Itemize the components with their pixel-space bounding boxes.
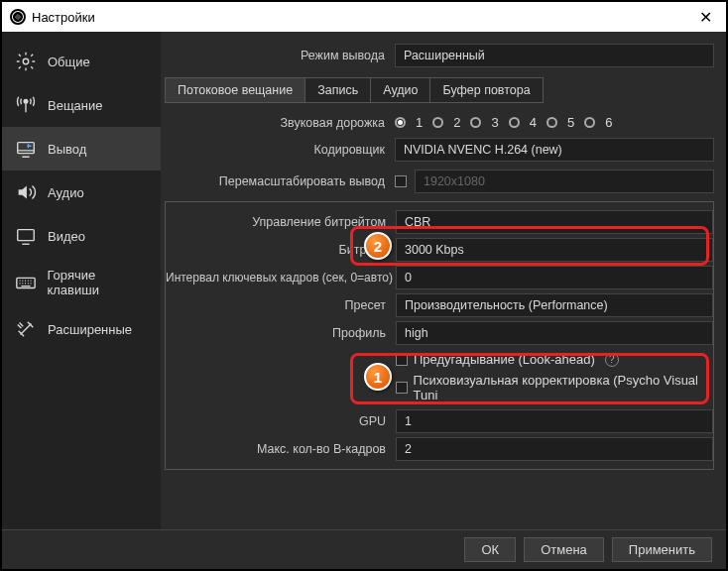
help-icon[interactable]: ? [605,353,619,367]
footer: ОК Отмена Применить [2,529,726,569]
rate-control-label: Управление битрейтом [166,215,396,229]
keyboard-icon [14,271,37,294]
track-radio-6[interactable] [584,117,595,128]
lookahead-checkbox[interactable] [396,354,408,366]
lookahead-label: Предугадывание (Look-ahead) [414,352,595,367]
speaker-icon [14,180,38,204]
output-mode-label: Режим вывода [165,49,395,62]
rescale-checkbox[interactable] [395,175,407,187]
gear-icon [14,50,38,73]
svg-point-0 [23,58,29,64]
encoder-select[interactable]: NVIDIA NVENC H.264 (new) [395,138,714,162]
antenna-icon [14,93,38,117]
encoder-label: Кодировщик [165,143,395,157]
preset-label: Пресет [166,298,396,312]
sidebar-item-label: Общие [48,55,90,69]
tab-audio[interactable]: Аудио [371,78,430,102]
profile-label: Профиль [166,326,396,340]
sidebar-item-output[interactable]: Вывод [2,127,161,171]
output-mode-select[interactable]: Расширенный [395,44,714,67]
sidebar-item-general[interactable]: Общие [2,40,161,83]
track-radio-1[interactable] [395,117,406,128]
ok-button[interactable]: ОК [464,537,516,562]
bitrate-input[interactable]: 3000 Kbps [396,238,713,262]
psycho-checkbox[interactable] [396,382,408,394]
sidebar-item-hotkeys[interactable]: Горячие клавиши [2,258,161,307]
track-radio-5[interactable] [546,117,557,128]
apply-button[interactable]: Применить [612,537,712,562]
sidebar-item-label: Расширенные [48,322,132,337]
cancel-button[interactable]: Отмена [524,537,604,562]
svg-rect-2 [18,143,35,154]
track-radio-2[interactable] [432,117,443,128]
titlebar: Настройки ✕ [2,2,726,32]
keyint-label: Интервал ключевых кадров (сек, 0=авто) [166,271,396,285]
sidebar-item-video[interactable]: Видео [2,214,161,258]
rescale-value: 1920x1080 [415,170,714,193]
bframes-label: Макс. кол-во B-кадров [166,442,396,456]
audio-track-label: Звуковая дорожка [165,116,395,130]
svg-point-1 [24,100,28,104]
settings-window: Настройки ✕ Общие Вещание Вывод Аудио [0,0,728,571]
tools-icon [14,317,38,341]
sidebar-item-label: Вывод [48,142,86,157]
monitor-icon [14,137,38,161]
sidebar: Общие Вещание Вывод Аудио Видео Горячие … [2,32,161,529]
tabs: Потоковое вещание Запись Аудио Буфер пов… [165,77,544,103]
sidebar-item-label: Аудио [48,185,84,200]
sidebar-item-label: Горячие клавиши [47,268,149,297]
tab-streaming[interactable]: Потоковое вещание [166,78,305,102]
obs-icon [10,9,26,25]
main-panel: Режим вывода Расширенный Потоковое вещан… [161,32,726,529]
bframes-input[interactable]: 2 [396,437,713,461]
gpu-label: GPU [166,414,396,428]
gpu-input[interactable]: 1 [396,409,713,433]
audio-track-radios: 1 2 3 4 5 6 [395,115,714,130]
callout-1: 1 [364,363,392,391]
svg-rect-3 [18,230,35,241]
sidebar-item-stream[interactable]: Вещание [2,83,161,127]
sidebar-item-audio[interactable]: Аудио [2,171,161,214]
sidebar-item-advanced[interactable]: Расширенные [2,307,161,351]
rate-control-select[interactable]: CBR [396,210,713,234]
sidebar-item-label: Вещание [48,98,103,113]
profile-select[interactable]: high [396,321,713,345]
tab-recording[interactable]: Запись [305,78,371,102]
display-icon [14,224,38,248]
sidebar-item-label: Видео [48,229,85,244]
window-title: Настройки [32,10,95,25]
track-radio-4[interactable] [509,117,520,128]
callout-2: 2 [364,232,392,260]
encoder-settings-panel: Управление битрейтом CBR Битрейт 3000 Kb… [165,201,714,470]
rescale-label: Перемасштабировать вывод [165,174,395,188]
close-icon[interactable]: ✕ [693,6,718,29]
keyint-input[interactable]: 0 [396,266,713,289]
track-radio-3[interactable] [470,117,481,128]
preset-select[interactable]: Производительность (Performance) [396,293,713,317]
bitrate-label: Битрейт [166,243,396,257]
tab-replay[interactable]: Буфер повтора [430,78,542,102]
psycho-label: Психовизуальная корректировка (Psycho Vi… [414,373,713,402]
